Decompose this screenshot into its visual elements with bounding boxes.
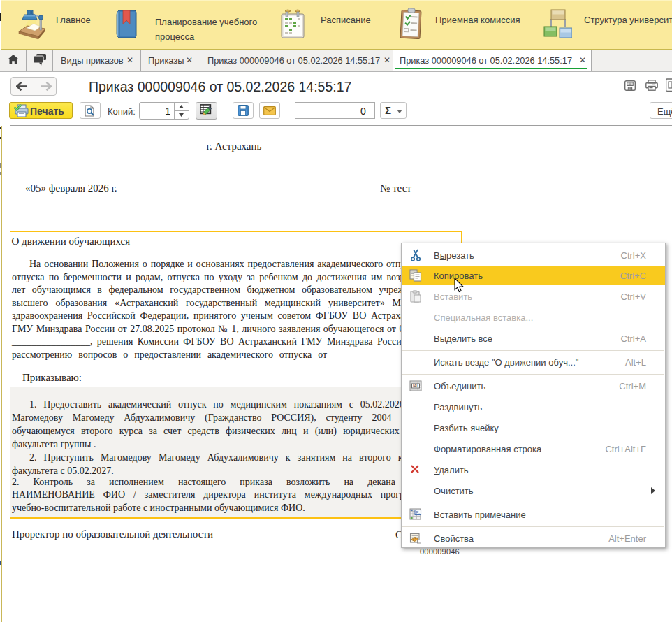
svg-text:R:: R: <box>416 510 421 514</box>
svg-text:ІАІ: ІАІ <box>413 384 418 388</box>
